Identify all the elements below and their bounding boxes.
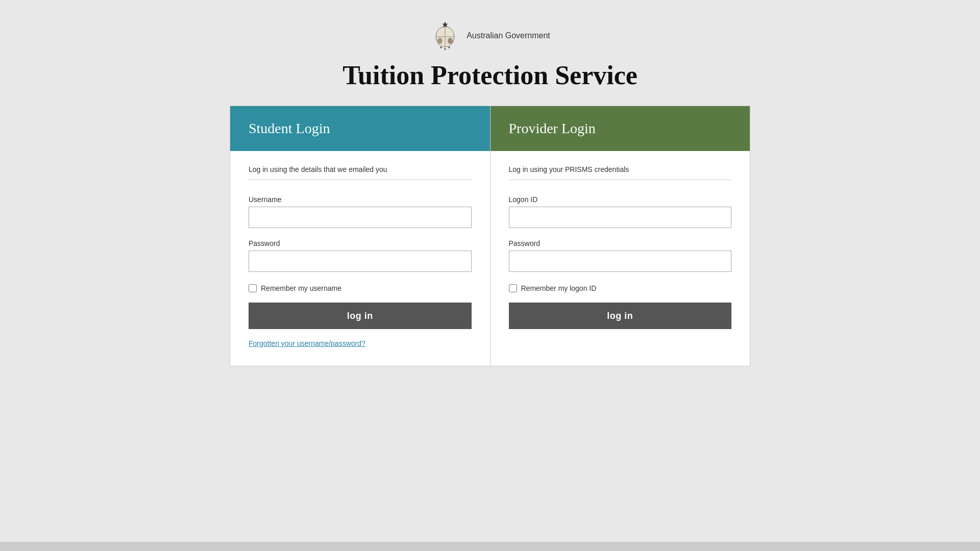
student-panel-body: Log in using the details that we emailed… — [230, 151, 490, 366]
main-content: Student Login Log in using the details t… — [230, 106, 750, 366]
student-forgot-link[interactable]: Forgotten your username/password? — [249, 339, 472, 347]
student-panel: Student Login Log in using the details t… — [230, 106, 491, 366]
coat-of-arms-icon — [430, 20, 460, 51]
provider-password-group: Password — [509, 239, 732, 272]
student-username-group: Username — [249, 195, 472, 228]
student-login-button[interactable]: log in — [249, 303, 472, 329]
provider-password-label: Password — [509, 239, 732, 247]
header: Australian Government Tuition Protection… — [342, 0, 638, 90]
student-password-label: Password — [249, 239, 472, 247]
provider-password-input[interactable] — [509, 251, 732, 272]
provider-panel: Provider Login Log in using your PRISMS … — [491, 106, 750, 366]
student-subtitle: Log in using the details that we emailed… — [249, 165, 472, 180]
provider-panel-header: Provider Login — [491, 106, 750, 151]
student-panel-header: Student Login — [230, 106, 490, 151]
footer-bar — [0, 542, 980, 551]
panels: Student Login Log in using the details t… — [230, 106, 750, 366]
provider-logonid-group: Logon ID — [509, 195, 732, 228]
student-username-input[interactable] — [249, 207, 472, 228]
student-password-input[interactable] — [249, 251, 472, 272]
provider-subtitle: Log in using your PRISMS credentials — [509, 165, 732, 180]
student-username-label: Username — [249, 195, 472, 204]
student-remember-row: Remember my username — [249, 284, 472, 292]
provider-panel-title: Provider Login — [509, 120, 732, 137]
svg-point-4 — [437, 38, 443, 44]
page-wrapper: Australian Government Tuition Protection… — [0, 0, 980, 551]
page-title: Tuition Protection Service — [342, 60, 638, 90]
student-remember-checkbox[interactable] — [249, 284, 257, 292]
svg-point-8 — [449, 47, 450, 48]
provider-remember-checkbox[interactable] — [509, 284, 517, 292]
provider-remember-row: Remember my logon ID — [509, 284, 732, 292]
svg-point-7 — [445, 48, 446, 50]
provider-logonid-input[interactable] — [509, 207, 732, 228]
provider-remember-label[interactable]: Remember my logon ID — [521, 284, 597, 292]
gov-name-label: Australian Government — [467, 31, 550, 40]
provider-login-button[interactable]: log in — [509, 303, 732, 329]
provider-logonid-label: Logon ID — [509, 195, 732, 204]
svg-point-5 — [448, 38, 453, 44]
provider-panel-body: Log in using your PRISMS credentials Log… — [491, 151, 750, 347]
student-panel-title: Student Login — [249, 120, 472, 137]
svg-point-6 — [440, 47, 442, 48]
student-password-group: Password — [249, 239, 472, 272]
gov-logo-area: Australian Government — [430, 20, 550, 51]
student-remember-label[interactable]: Remember my username — [261, 284, 341, 292]
